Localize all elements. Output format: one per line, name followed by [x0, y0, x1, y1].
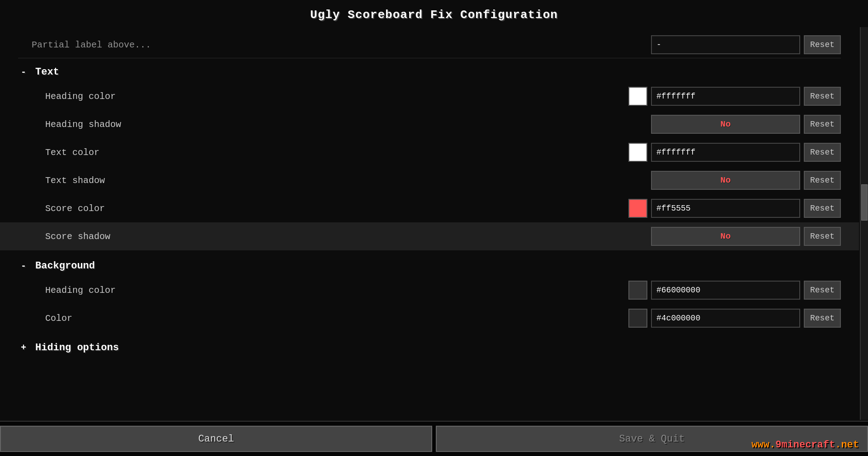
- text-shadow-controls: No Reset: [651, 171, 841, 190]
- heading-color-reset[interactable]: Reset: [804, 87, 841, 106]
- text-color-reset[interactable]: Reset: [804, 143, 841, 162]
- text-section-label: Text: [35, 66, 59, 78]
- bottom-bar: Cancel Save & Quit www.9minecraft.net: [0, 421, 868, 456]
- score-color-swatch[interactable]: [628, 199, 647, 218]
- bg-color-input[interactable]: [651, 309, 800, 328]
- window-title: Ugly Scoreboard Fix Configuration: [0, 0, 868, 27]
- watermark-suffix: .net: [835, 439, 859, 451]
- truncated-input[interactable]: [651, 35, 800, 54]
- bg-heading-color-row: Heading color Reset: [18, 276, 841, 304]
- bg-color-label: Color: [45, 313, 628, 324]
- watermark-site: 9minecraft: [775, 439, 835, 451]
- background-section-label: Background: [35, 260, 95, 272]
- heading-color-input[interactable]: [651, 87, 800, 106]
- text-shadow-reset[interactable]: Reset: [804, 171, 841, 190]
- text-color-row: Text color Reset: [18, 138, 841, 166]
- text-color-swatch[interactable]: [628, 143, 647, 162]
- bg-heading-color-input[interactable]: [651, 281, 800, 300]
- bg-color-row: Color Reset: [18, 304, 841, 332]
- score-color-input[interactable]: [651, 199, 800, 218]
- heading-shadow-reset[interactable]: Reset: [804, 115, 841, 134]
- background-section-toggle[interactable]: -: [18, 261, 29, 272]
- text-shadow-row: Text shadow No Reset: [18, 166, 841, 194]
- scroll-area: Partial label above... Reset - Text Head…: [0, 27, 859, 420]
- score-color-reset[interactable]: Reset: [804, 199, 841, 218]
- bg-heading-color-reset[interactable]: Reset: [804, 281, 841, 300]
- heading-shadow-label: Heading shadow: [45, 119, 651, 130]
- hiding-section-header: + Hiding options: [18, 336, 841, 358]
- score-shadow-row: Score shadow No Reset: [0, 222, 859, 250]
- heading-shadow-controls: No Reset: [651, 115, 841, 134]
- truncated-label: Partial label above...: [18, 40, 651, 50]
- bg-heading-color-controls: Reset: [628, 281, 841, 300]
- score-color-label: Score color: [45, 203, 628, 214]
- score-shadow-toggle[interactable]: No: [651, 227, 800, 246]
- bg-color-reset[interactable]: Reset: [804, 309, 841, 328]
- text-shadow-toggle[interactable]: No: [651, 171, 800, 190]
- hiding-section-label: Hiding options: [35, 342, 119, 353]
- background-section-header: - Background: [18, 254, 841, 276]
- cancel-button[interactable]: Cancel: [0, 426, 432, 452]
- truncated-reset-button[interactable]: Reset: [804, 35, 841, 54]
- score-shadow-controls: No Reset: [651, 227, 841, 246]
- text-color-controls: Reset: [628, 143, 841, 162]
- main-container: Ugly Scoreboard Fix Configuration Partia…: [0, 0, 868, 456]
- hiding-section-toggle[interactable]: +: [18, 343, 29, 353]
- truncated-row: Partial label above... Reset: [18, 32, 841, 58]
- score-shadow-reset[interactable]: Reset: [804, 227, 841, 246]
- text-color-label: Text color: [45, 147, 628, 158]
- truncated-controls: Reset: [651, 35, 841, 54]
- bg-heading-color-label: Heading color: [45, 285, 628, 296]
- score-shadow-label: Score shadow: [45, 231, 651, 242]
- bg-color-swatch[interactable]: [628, 309, 647, 328]
- text-shadow-label: Text shadow: [45, 175, 651, 186]
- text-section-header: - Text: [18, 60, 841, 82]
- bg-heading-color-swatch[interactable]: [628, 281, 647, 300]
- watermark: www.9minecraft.net: [751, 439, 859, 451]
- heading-color-swatch[interactable]: [628, 87, 647, 106]
- score-color-controls: Reset: [628, 199, 841, 218]
- score-color-row: Score color Reset: [18, 194, 841, 222]
- heading-color-label: Heading color: [45, 91, 628, 102]
- bg-color-controls: Reset: [628, 309, 841, 328]
- heading-shadow-toggle[interactable]: No: [651, 115, 800, 134]
- text-section-toggle[interactable]: -: [18, 67, 29, 78]
- watermark-prefix: www.: [751, 439, 775, 451]
- text-color-input[interactable]: [651, 143, 800, 162]
- heading-color-controls: Reset: [628, 87, 841, 106]
- scrollbar-thumb[interactable]: [861, 184, 868, 221]
- scrollbar-track: [860, 27, 868, 420]
- heading-color-row: Heading color Reset: [18, 82, 841, 110]
- heading-shadow-row: Heading shadow No Reset: [18, 110, 841, 138]
